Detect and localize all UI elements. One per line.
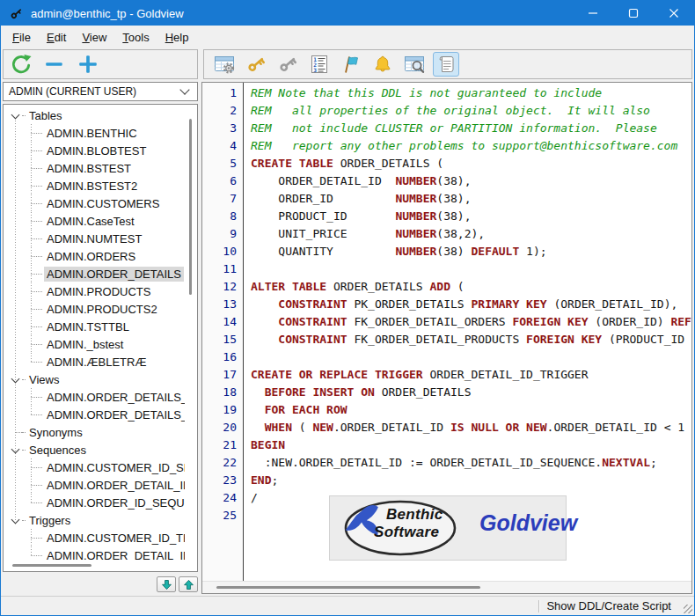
tree-item-admin-order-id-sequen[interactable]: ADMIN.ORDER_ID_SEQUEN xyxy=(5,494,185,511)
resize-grip-icon[interactable] xyxy=(684,605,692,613)
tree-item-admin-customers[interactable]: ADMIN.CUSTOMERS xyxy=(5,194,185,212)
code-text: PRODUCT_ID NUMBER(38), xyxy=(244,208,471,225)
tree-category-synonyms[interactable]: Synonyms xyxy=(5,423,185,441)
move-up-button[interactable] xyxy=(179,576,198,592)
menu-file[interactable]: File xyxy=(4,27,39,48)
tree-vscroll-thumb[interactable] xyxy=(189,119,192,295)
tree-item-admin-bstest[interactable]: ADMIN._bstest xyxy=(5,335,185,353)
code-line: 5CREATE TABLE ORDER_DETAILS ( xyxy=(202,155,691,172)
maximize-button[interactable] xyxy=(613,1,654,26)
editor-hscroll-thumb[interactable] xyxy=(216,586,480,589)
object-toolbar: 1 2 3 xyxy=(203,49,692,79)
code-text: REM Note that this DDL is not guaranteed… xyxy=(244,84,602,102)
tree-category-views[interactable]: Views xyxy=(5,370,185,388)
ddl-editor[interactable]: 1REM Note that this DDL is not guarantee… xyxy=(202,83,691,581)
move-down-button[interactable] xyxy=(157,576,176,592)
app-key-icon xyxy=(9,6,24,21)
remove-icon[interactable] xyxy=(41,52,68,77)
ddl-script-icon[interactable] xyxy=(433,52,459,77)
line-number: 16 xyxy=(202,348,244,366)
tree-category-sequences[interactable]: Sequences xyxy=(5,441,185,458)
tree-item-admin-bstest2[interactable]: ADMIN.BSTEST2 xyxy=(5,177,185,194)
code-line: 18 BEFORE INSERT ON ORDER_DETAILS xyxy=(202,384,691,401)
tree-item-label: ADMIN.ÆBLETRÆ xyxy=(44,355,149,370)
schema-selector[interactable]: ADMIN (CURRENT USER) xyxy=(3,82,198,101)
tree-item-admin-order-details[interactable]: ADMIN.ORDER_DETAILS xyxy=(5,265,185,282)
code-text: BEFORE INSERT ON ORDER_DETAILS xyxy=(244,384,471,401)
chevron-down-icon[interactable] xyxy=(11,375,20,384)
gray-key-icon[interactable] xyxy=(274,52,301,77)
line-number: 19 xyxy=(202,401,244,419)
code-line: 4REM report any other problems to suppor… xyxy=(202,137,691,155)
minimize-button[interactable] xyxy=(573,1,613,26)
menu-help[interactable]: Help xyxy=(157,27,197,48)
code-text xyxy=(244,348,251,366)
tree-item-admin-order-detail-id-t[interactable]: ADMIN.ORDER_DETAIL_ID_T xyxy=(5,546,185,561)
benthic-goldview-logo: Benthic Software Goldview xyxy=(329,495,567,561)
tree-item-admin-benthic[interactable]: ADMIN.BENTHIC xyxy=(5,124,185,142)
code-line: 12ALTER TABLE ORDER_DETAILS ADD ( xyxy=(202,278,691,296)
chevron-down-icon[interactable] xyxy=(11,111,20,120)
tree-item-admin-numtest[interactable]: ADMIN.NUMTEST xyxy=(5,230,185,247)
tree-item-admin-blobtest[interactable]: ADMIN.BLOBTEST xyxy=(5,142,185,159)
tree-item-label: Synonyms xyxy=(26,425,85,440)
line-number: 5 xyxy=(202,155,244,172)
tree-item-admin-order-details-vie[interactable]: ADMIN.ORDER_DETAILS_VIE xyxy=(5,406,185,423)
line-number: 9 xyxy=(202,225,244,243)
tree-horizontal-scrollbar[interactable] xyxy=(5,561,185,569)
status-text: Show DDL/Create Script xyxy=(546,599,671,612)
chevron-down-icon[interactable] xyxy=(11,445,20,454)
tree-category-triggers[interactable]: Triggers xyxy=(5,511,185,529)
code-line: 20 WHEN ( NEW.ORDER_DETAIL_ID IS NULL OR… xyxy=(202,419,691,436)
add-icon[interactable] xyxy=(75,52,101,77)
code-line: 10 QUANTITY NUMBER(38) DEFAULT 1); xyxy=(202,243,691,260)
close-button[interactable] xyxy=(654,1,694,26)
menu-view[interactable]: View xyxy=(74,27,114,48)
flag-icon[interactable] xyxy=(338,52,364,77)
object-tree[interactable]: TablesADMIN.BENTHICADMIN.BLOBTESTADMIN.B… xyxy=(5,106,185,561)
tree-item-admin-bletr[interactable]: ADMIN.ÆBLETRÆ xyxy=(5,353,185,370)
editor-horizontal-scrollbar[interactable] xyxy=(202,581,691,593)
tree-item-admin-order-detail-id-s[interactable]: ADMIN.ORDER_DETAIL_ID_S xyxy=(5,476,185,494)
refresh-icon[interactable] xyxy=(8,52,34,77)
gold-key-icon[interactable] xyxy=(243,52,269,77)
tree-item-label: Views xyxy=(26,372,62,387)
table-properties-icon[interactable] xyxy=(211,52,238,77)
tree-item-label: ADMIN.CaseTest xyxy=(44,214,137,229)
code-text: ALTER TABLE ORDER_DETAILS ADD ( xyxy=(244,278,465,296)
code-text: ORDER_DETAIL_ID NUMBER(38), xyxy=(244,172,471,190)
tree-item-admin-customer-id-trig[interactable]: ADMIN.CUSTOMER_ID_TRIG xyxy=(5,529,185,546)
code-line: 2REM all properties of the original obje… xyxy=(202,102,691,120)
tree-item-label: ADMIN.ORDER_DETAIL_ID_T xyxy=(44,548,185,561)
tree-item-label: Triggers xyxy=(26,513,73,528)
code-text: :NEW.ORDER_DETAIL_ID := ORDER_DETAIL_ID_… xyxy=(244,454,657,472)
tree-item-admin-products[interactable]: ADMIN.PRODUCTS xyxy=(5,282,185,300)
tree-item-label: Tables xyxy=(26,108,65,123)
tree-item-admin-casetest[interactable]: ADMIN.CaseTest xyxy=(5,212,185,230)
tree-item-admin-tsttbl[interactable]: ADMIN.TSTTBL xyxy=(5,318,185,335)
code-text: WHEN ( NEW.ORDER_DETAIL_ID IS NULL OR NE… xyxy=(244,419,684,436)
chevron-down-icon[interactable] xyxy=(11,516,20,524)
tree-item-admin-orders[interactable]: ADMIN.ORDERS xyxy=(5,247,185,265)
object-tree-panel: TablesADMIN.BENTHICADMIN.BLOBTESTADMIN.B… xyxy=(3,104,198,572)
tree-item-label: ADMIN.PRODUCTS2 xyxy=(44,302,160,317)
indexes-list-icon[interactable]: 1 2 3 xyxy=(306,52,333,77)
tree-item-label: ADMIN.BSTEST2 xyxy=(44,179,140,194)
tree-category-tables[interactable]: Tables xyxy=(5,106,185,124)
tree-hscroll-thumb[interactable] xyxy=(12,564,91,567)
menu-tools[interactable]: Tools xyxy=(114,27,157,48)
tree-item-admin-bstest[interactable]: ADMIN.BSTEST xyxy=(5,159,185,177)
table-search-icon[interactable] xyxy=(401,52,428,77)
tree-item-admin-order-details-vie[interactable]: ADMIN.ORDER_DETAILS_VIE xyxy=(5,388,185,406)
bell-icon[interactable] xyxy=(369,52,396,77)
code-text: CONSTRAINT FK_ORDER_DETAIL_ORDERS FOREIG… xyxy=(244,313,691,331)
line-number: 2 xyxy=(202,102,244,120)
menu-edit[interactable]: Edit xyxy=(39,27,74,48)
sidebar: ADMIN (CURRENT USER) TablesADMIN.BENTHIC… xyxy=(3,82,198,594)
tree-vertical-scrollbar[interactable] xyxy=(186,106,195,561)
titlebar: admin@benthic_tp - Goldview xyxy=(1,1,694,26)
tree-item-admin-products2[interactable]: ADMIN.PRODUCTS2 xyxy=(5,300,185,318)
toolbar-row: 1 2 3 xyxy=(1,48,694,80)
line-number: 13 xyxy=(202,296,244,313)
tree-item-admin-customer-id-seq[interactable]: ADMIN.CUSTOMER_ID_SEQ xyxy=(5,458,185,476)
